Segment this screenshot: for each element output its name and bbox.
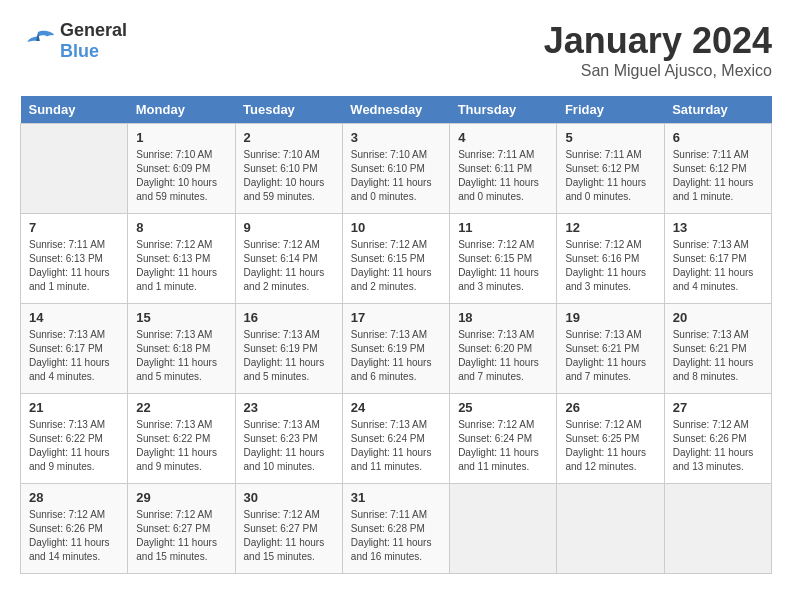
day-number: 1 (136, 130, 226, 145)
day-number: 20 (673, 310, 763, 325)
day-number: 8 (136, 220, 226, 235)
calendar-cell: 19Sunrise: 7:13 AM Sunset: 6:21 PM Dayli… (557, 304, 664, 394)
calendar-cell: 2Sunrise: 7:10 AM Sunset: 6:10 PM Daylig… (235, 124, 342, 214)
calendar-cell: 18Sunrise: 7:13 AM Sunset: 6:20 PM Dayli… (450, 304, 557, 394)
day-number: 28 (29, 490, 119, 505)
day-info: Sunrise: 7:13 AM Sunset: 6:22 PM Dayligh… (136, 418, 226, 474)
calendar-cell: 6Sunrise: 7:11 AM Sunset: 6:12 PM Daylig… (664, 124, 771, 214)
day-info: Sunrise: 7:12 AM Sunset: 6:26 PM Dayligh… (29, 508, 119, 564)
calendar-cell: 7Sunrise: 7:11 AM Sunset: 6:13 PM Daylig… (21, 214, 128, 304)
day-number: 15 (136, 310, 226, 325)
logo-bird-icon (20, 27, 56, 55)
day-number: 22 (136, 400, 226, 415)
weekday-header-thursday: Thursday (450, 96, 557, 124)
day-info: Sunrise: 7:13 AM Sunset: 6:23 PM Dayligh… (244, 418, 334, 474)
day-number: 30 (244, 490, 334, 505)
calendar-cell: 13Sunrise: 7:13 AM Sunset: 6:17 PM Dayli… (664, 214, 771, 304)
calendar-table: SundayMondayTuesdayWednesdayThursdayFrid… (20, 96, 772, 574)
calendar-cell: 14Sunrise: 7:13 AM Sunset: 6:17 PM Dayli… (21, 304, 128, 394)
calendar-cell: 25Sunrise: 7:12 AM Sunset: 6:24 PM Dayli… (450, 394, 557, 484)
day-info: Sunrise: 7:13 AM Sunset: 6:17 PM Dayligh… (29, 328, 119, 384)
day-number: 26 (565, 400, 655, 415)
day-number: 31 (351, 490, 441, 505)
day-info: Sunrise: 7:11 AM Sunset: 6:12 PM Dayligh… (673, 148, 763, 204)
day-number: 10 (351, 220, 441, 235)
day-number: 14 (29, 310, 119, 325)
day-info: Sunrise: 7:11 AM Sunset: 6:11 PM Dayligh… (458, 148, 548, 204)
day-info: Sunrise: 7:13 AM Sunset: 6:19 PM Dayligh… (244, 328, 334, 384)
day-info: Sunrise: 7:11 AM Sunset: 6:12 PM Dayligh… (565, 148, 655, 204)
calendar-cell: 28Sunrise: 7:12 AM Sunset: 6:26 PM Dayli… (21, 484, 128, 574)
day-number: 4 (458, 130, 548, 145)
day-info: Sunrise: 7:13 AM Sunset: 6:24 PM Dayligh… (351, 418, 441, 474)
day-number: 23 (244, 400, 334, 415)
calendar-cell: 22Sunrise: 7:13 AM Sunset: 6:22 PM Dayli… (128, 394, 235, 484)
day-info: Sunrise: 7:12 AM Sunset: 6:27 PM Dayligh… (136, 508, 226, 564)
day-info: Sunrise: 7:10 AM Sunset: 6:10 PM Dayligh… (244, 148, 334, 204)
day-number: 2 (244, 130, 334, 145)
weekday-header-sunday: Sunday (21, 96, 128, 124)
day-info: Sunrise: 7:12 AM Sunset: 6:27 PM Dayligh… (244, 508, 334, 564)
day-number: 18 (458, 310, 548, 325)
day-number: 29 (136, 490, 226, 505)
day-number: 27 (673, 400, 763, 415)
calendar-cell: 31Sunrise: 7:11 AM Sunset: 6:28 PM Dayli… (342, 484, 449, 574)
weekday-header-saturday: Saturday (664, 96, 771, 124)
day-number: 17 (351, 310, 441, 325)
day-info: Sunrise: 7:13 AM Sunset: 6:20 PM Dayligh… (458, 328, 548, 384)
calendar-cell (21, 124, 128, 214)
day-info: Sunrise: 7:10 AM Sunset: 6:10 PM Dayligh… (351, 148, 441, 204)
day-number: 25 (458, 400, 548, 415)
day-info: Sunrise: 7:13 AM Sunset: 6:17 PM Dayligh… (673, 238, 763, 294)
calendar-cell: 12Sunrise: 7:12 AM Sunset: 6:16 PM Dayli… (557, 214, 664, 304)
location-subtitle: San Miguel Ajusco, Mexico (544, 62, 772, 80)
calendar-cell: 8Sunrise: 7:12 AM Sunset: 6:13 PM Daylig… (128, 214, 235, 304)
day-number: 16 (244, 310, 334, 325)
calendar-cell: 3Sunrise: 7:10 AM Sunset: 6:10 PM Daylig… (342, 124, 449, 214)
weekday-header-friday: Friday (557, 96, 664, 124)
calendar-cell (664, 484, 771, 574)
calendar-cell: 1Sunrise: 7:10 AM Sunset: 6:09 PM Daylig… (128, 124, 235, 214)
day-info: Sunrise: 7:11 AM Sunset: 6:28 PM Dayligh… (351, 508, 441, 564)
weekday-header-tuesday: Tuesday (235, 96, 342, 124)
calendar-cell: 11Sunrise: 7:12 AM Sunset: 6:15 PM Dayli… (450, 214, 557, 304)
calendar-cell: 10Sunrise: 7:12 AM Sunset: 6:15 PM Dayli… (342, 214, 449, 304)
day-info: Sunrise: 7:12 AM Sunset: 6:13 PM Dayligh… (136, 238, 226, 294)
calendar-cell: 4Sunrise: 7:11 AM Sunset: 6:11 PM Daylig… (450, 124, 557, 214)
header: General Blue January 2024 San Miguel Aju… (20, 20, 772, 80)
day-number: 12 (565, 220, 655, 235)
day-info: Sunrise: 7:12 AM Sunset: 6:15 PM Dayligh… (351, 238, 441, 294)
day-number: 21 (29, 400, 119, 415)
calendar-cell: 27Sunrise: 7:12 AM Sunset: 6:26 PM Dayli… (664, 394, 771, 484)
calendar-cell: 30Sunrise: 7:12 AM Sunset: 6:27 PM Dayli… (235, 484, 342, 574)
day-info: Sunrise: 7:12 AM Sunset: 6:15 PM Dayligh… (458, 238, 548, 294)
day-info: Sunrise: 7:12 AM Sunset: 6:25 PM Dayligh… (565, 418, 655, 474)
day-number: 11 (458, 220, 548, 235)
calendar-cell: 15Sunrise: 7:13 AM Sunset: 6:18 PM Dayli… (128, 304, 235, 394)
calendar-cell (557, 484, 664, 574)
day-number: 9 (244, 220, 334, 235)
calendar-cell: 20Sunrise: 7:13 AM Sunset: 6:21 PM Dayli… (664, 304, 771, 394)
month-year-title: January 2024 (544, 20, 772, 62)
calendar-cell: 29Sunrise: 7:12 AM Sunset: 6:27 PM Dayli… (128, 484, 235, 574)
day-number: 13 (673, 220, 763, 235)
weekday-header-wednesday: Wednesday (342, 96, 449, 124)
calendar-cell: 23Sunrise: 7:13 AM Sunset: 6:23 PM Dayli… (235, 394, 342, 484)
day-info: Sunrise: 7:12 AM Sunset: 6:16 PM Dayligh… (565, 238, 655, 294)
day-number: 3 (351, 130, 441, 145)
calendar-cell: 24Sunrise: 7:13 AM Sunset: 6:24 PM Dayli… (342, 394, 449, 484)
day-info: Sunrise: 7:13 AM Sunset: 6:21 PM Dayligh… (565, 328, 655, 384)
calendar-cell: 17Sunrise: 7:13 AM Sunset: 6:19 PM Dayli… (342, 304, 449, 394)
day-number: 5 (565, 130, 655, 145)
day-number: 24 (351, 400, 441, 415)
calendar-cell: 26Sunrise: 7:12 AM Sunset: 6:25 PM Dayli… (557, 394, 664, 484)
calendar-cell (450, 484, 557, 574)
logo-text: General Blue (60, 20, 127, 62)
day-number: 19 (565, 310, 655, 325)
day-info: Sunrise: 7:12 AM Sunset: 6:14 PM Dayligh… (244, 238, 334, 294)
day-info: Sunrise: 7:13 AM Sunset: 6:18 PM Dayligh… (136, 328, 226, 384)
calendar-cell: 16Sunrise: 7:13 AM Sunset: 6:19 PM Dayli… (235, 304, 342, 394)
logo: General Blue (20, 20, 127, 62)
day-info: Sunrise: 7:12 AM Sunset: 6:24 PM Dayligh… (458, 418, 548, 474)
day-info: Sunrise: 7:13 AM Sunset: 6:21 PM Dayligh… (673, 328, 763, 384)
